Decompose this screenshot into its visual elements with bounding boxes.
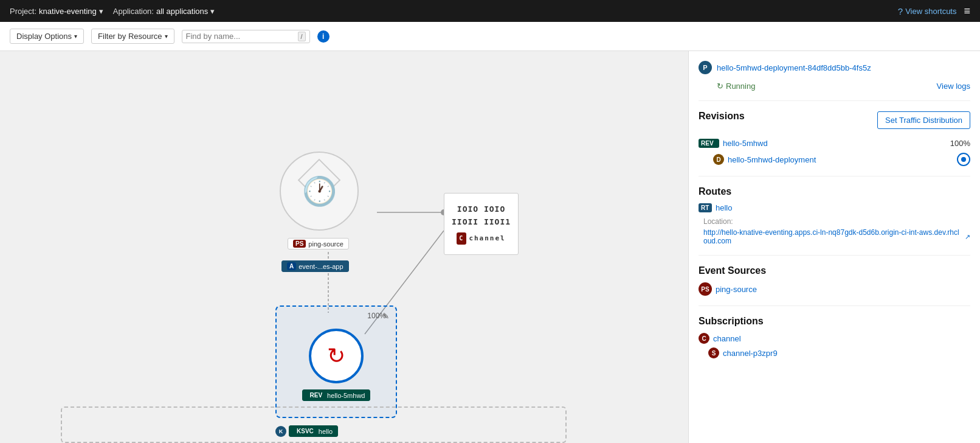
event-sources-section: Event Sources PS ping-source <box>699 265 970 296</box>
top-nav: Project: knative-eventing ▾ Application:… <box>0 0 980 22</box>
divider-3 <box>699 255 970 256</box>
routes-title: Routes <box>699 186 731 197</box>
find-input[interactable] <box>186 32 295 41</box>
display-options-button[interactable]: Display Options ▾ <box>10 29 84 44</box>
find-input-wrap: / <box>182 30 310 43</box>
rev-badge-panel: REV <box>699 139 719 148</box>
edit-icon[interactable]: ✎ <box>380 310 392 323</box>
dep-badge: D <box>713 154 724 165</box>
event-app-name: event-...es-app <box>298 263 343 270</box>
running-row: ↻ Running View logs <box>717 82 970 91</box>
route-url-row: http://hello-knative-eventing.apps.ci-ln… <box>699 228 970 245</box>
deployment-row: D hello-5mhwd-deployment <box>713 153 970 166</box>
filter-arrow: ▾ <box>165 33 168 40</box>
pod-header-row: P hello-5mhwd-deployment-84df8dd5bb-4fs5… <box>699 61 970 74</box>
revision-node[interactable]: 100% ✎ ↻ REV hello-5mhwd <box>275 305 397 418</box>
ps-badge: PS <box>293 240 306 248</box>
hamburger-icon[interactable]: ≡ <box>964 5 970 18</box>
event-source-row: PS ping-source <box>699 282 970 296</box>
display-options-label: Display Options <box>16 32 72 41</box>
ping-source-label: PS ping-source <box>288 238 349 249</box>
revision-label: REV hello-5mhwd <box>302 389 371 401</box>
deployment-name-link[interactable]: hello-5mhwd-deployment <box>728 155 816 164</box>
view-logs-link[interactable]: View logs <box>937 82 970 91</box>
divider-2 <box>699 176 970 176</box>
channel-p3zpr9-link[interactable]: channel-p3zpr9 <box>723 349 778 358</box>
topology-canvas[interactable]: 🕐 PS ping-source A event-...es-app IOIO … <box>0 51 688 443</box>
view-shortcuts-link[interactable]: ? View shortcuts <box>898 6 957 16</box>
running-status: Running <box>726 82 755 91</box>
ping-source-name: ping-source <box>308 240 343 248</box>
channel-dot: C <box>699 333 709 344</box>
channel-label-wrap: C channel <box>452 232 511 245</box>
clock-icon: 🕐 <box>302 175 337 208</box>
revisions-title: Revisions <box>699 111 745 122</box>
view-shortcuts-label: View shortcuts <box>905 7 956 16</box>
c-badge: C <box>457 232 466 245</box>
rt-badge: RT <box>699 203 712 212</box>
route-name-link[interactable]: hello <box>716 203 732 212</box>
event-app-label: A event-...es-app <box>281 260 349 272</box>
a-badge: A <box>287 262 296 270</box>
channel-p3zpr9-row: S channel-p3zpr9 <box>699 347 970 358</box>
revision-row: REV hello-5mhwd 100% <box>699 139 970 148</box>
ping-source-node[interactable]: 🕐 <box>280 152 359 231</box>
channel-node[interactable]: IOIO IOIOIIOII IIOI1 C channel <box>444 193 519 255</box>
project-label: Project: <box>10 7 36 16</box>
slash-badge: / <box>298 32 306 41</box>
sync-icon: ↻ <box>327 343 345 369</box>
app-selector[interactable]: Application: all applications ▾ <box>113 7 215 16</box>
toolbar: Display Options ▾ Filter by Resource ▾ /… <box>0 22 980 51</box>
pod-badge: P <box>699 61 712 74</box>
project-name: knative-eventing <box>39 7 97 16</box>
deployment-link[interactable]: hello-5mhwd-deployment-84df8dd5bb-4fs5z <box>717 63 871 72</box>
routes-section: Routes RT hello Location: http://hello-k… <box>699 186 970 245</box>
app-name: all applications <box>156 7 208 16</box>
external-link-icon: ↗ <box>965 233 970 241</box>
filter-by-resource-label: Filter by Resource <box>98 32 162 41</box>
channel-binary: IOIO IOIOIIOII IIOI1 <box>452 203 511 229</box>
project-selector[interactable]: Project: knative-eventing ▾ <box>10 7 103 16</box>
route-url-link[interactable]: http://hello-knative-eventing.apps.ci-ln… <box>703 228 962 245</box>
divider-1 <box>699 100 970 101</box>
display-options-arrow: ▾ <box>74 33 77 40</box>
revision-name-canvas: hello-5mhwd <box>327 392 365 399</box>
question-icon: ? <box>898 6 903 16</box>
bottom-dashed-area <box>61 406 567 443</box>
subscriptions-title: Subscriptions <box>699 316 764 326</box>
route-location-label: Location: <box>703 217 970 226</box>
route-row: RT hello <box>699 203 970 212</box>
running-badge: ↻ Running <box>717 82 755 91</box>
revision-inner: ↻ <box>309 329 364 383</box>
channel-name: channel <box>469 232 505 245</box>
app-label: Application: <box>113 7 154 16</box>
event-source-link[interactable]: ping-source <box>716 285 757 294</box>
app-dropdown-arrow[interactable]: ▾ <box>210 7 215 16</box>
ps-badge-panel: PS <box>699 282 712 296</box>
nav-right: ? View shortcuts ≡ <box>898 5 970 18</box>
revision-percent-panel: 100% <box>950 139 970 148</box>
divider-4 <box>699 305 970 306</box>
right-panel: P hello-5mhwd-deployment-84df8dd5bb-4fs5… <box>688 51 980 443</box>
nav-left: Project: knative-eventing ▾ Application:… <box>10 7 215 16</box>
info-icon[interactable]: i <box>317 30 330 43</box>
refresh-icon: ↻ <box>717 82 723 91</box>
ready-circle <box>957 153 970 166</box>
channel-sub-row: C channel <box>699 333 970 344</box>
channel-sub-link[interactable]: channel <box>713 334 741 343</box>
project-dropdown-arrow[interactable]: ▾ <box>99 7 103 16</box>
set-traffic-button[interactable]: Set Traffic Distribution <box>877 111 970 129</box>
subscriptions-section: Subscriptions C channel S channel-p3zpr9 <box>699 316 970 358</box>
sub-dot: S <box>708 347 719 358</box>
event-sources-title: Event Sources <box>699 265 766 276</box>
main-layout: 🕐 PS ping-source A event-...es-app IOIO … <box>0 51 980 443</box>
ready-dot <box>961 157 966 162</box>
revision-name-link[interactable]: hello-5mhwd <box>723 139 768 148</box>
revisions-header: Revisions Set Traffic Distribution <box>699 111 970 129</box>
filter-by-resource-button[interactable]: Filter by Resource ▾ <box>91 29 174 44</box>
rev-badge-canvas: REV <box>308 391 325 399</box>
